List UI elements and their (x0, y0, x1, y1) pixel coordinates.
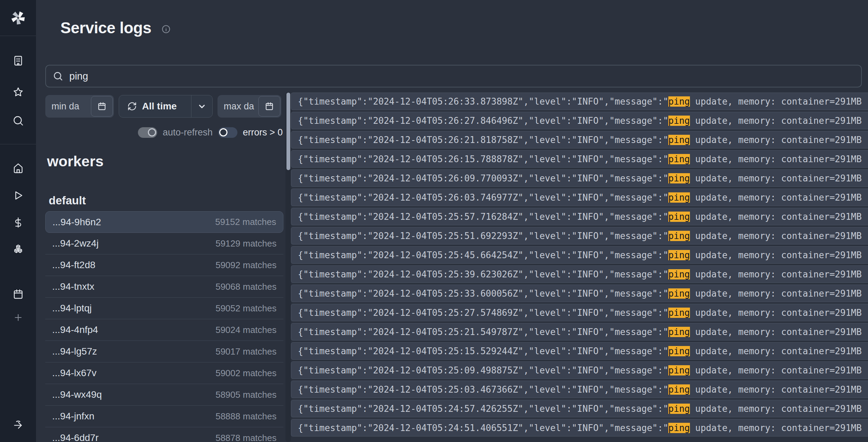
worker-row[interactable]: ...94-2wz4j 59129 matches (45, 233, 283, 254)
worker-match-count: 59092 matches (215, 260, 277, 271)
log-text: update, memory: container=291MB (690, 116, 862, 126)
log-text: {"timestamp":"2024-12-04T05:25:51.692293… (298, 231, 668, 241)
worker-match-count: 59024 matches (215, 325, 277, 335)
sidebar-item-resources[interactable] (11, 243, 25, 256)
worker-name: ...94-4nfp4 (52, 324, 98, 335)
worker-row[interactable]: ...94-9h6n2 59152 matches (45, 211, 283, 233)
log-scrollbar-track[interactable] (285, 92, 291, 442)
worker-match-count: 59152 matches (215, 217, 276, 227)
log-text: update, memory: container=291MB (690, 365, 862, 375)
log-search-input[interactable] (69, 71, 854, 82)
log-row: {"timestamp":"2024-12-04T05:25:15.529244… (291, 342, 868, 360)
worker-row[interactable]: ...94-tnxtx 59068 matches (45, 276, 283, 298)
log-highlight: ping (668, 116, 690, 126)
worker-row[interactable]: ...94-4nfp4 59024 matches (45, 319, 283, 341)
chevron-down-icon (197, 102, 207, 111)
time-range-button[interactable]: All time (119, 95, 213, 118)
log-row: {"timestamp":"2024-12-04T05:25:57.716284… (291, 208, 868, 225)
worker-list: ...94-9h6n2 59152 matches ...94-2wz4j 59… (45, 211, 283, 442)
time-range-main[interactable]: All time (119, 95, 191, 117)
time-range-label: All time (142, 101, 177, 112)
worker-match-count: 58878 matches (215, 433, 277, 442)
errors-label: errors > 0 (243, 127, 283, 138)
log-text: update, memory: container=291MB (690, 404, 862, 414)
log-scrollbar-thumb[interactable] (286, 93, 290, 170)
log-text: update, memory: container=291MB (690, 135, 862, 145)
search-bar (45, 65, 862, 87)
log-text: update, memory: container=291MB (690, 154, 862, 164)
log-text: {"timestamp":"2024-12-04T05:25:45.664254… (298, 250, 668, 260)
log-text: {"timestamp":"2024-12-04T05:26:21.818758… (298, 135, 668, 145)
errors-toggle[interactable] (218, 127, 237, 138)
auto-refresh-label: auto-refresh (163, 127, 213, 138)
worker-row[interactable]: ...94-ft2d8 59092 matches (45, 254, 283, 276)
time-range-dropdown-button[interactable] (191, 95, 212, 117)
sidebar-item-schedules[interactable] (11, 287, 25, 301)
worker-name: ...94-9h6n2 (52, 217, 101, 228)
log-row: {"timestamp":"2024-12-04T05:25:27.574869… (291, 304, 868, 321)
log-row: {"timestamp":"2024-12-04T05:26:15.788878… (291, 150, 868, 168)
sidebar-item-favorites[interactable] (11, 85, 25, 99)
search-icon (12, 115, 24, 127)
min-date-calendar-button[interactable] (91, 96, 113, 117)
log-row: {"timestamp":"2024-12-04T05:25:51.692293… (291, 227, 868, 244)
log-row: {"timestamp":"2024-12-04T05:25:09.498875… (291, 361, 868, 379)
log-text: {"timestamp":"2024-12-04T05:26:03.746977… (298, 192, 668, 203)
sidebar-item-search[interactable] (11, 114, 25, 128)
windmill-logo[interactable] (0, 0, 36, 36)
log-row: {"timestamp":"2024-12-04T05:24:51.406551… (291, 419, 868, 437)
star-icon (12, 86, 24, 98)
sidebar-item-buildings[interactable] (11, 54, 25, 68)
log-row: {"timestamp":"2024-12-04T05:25:03.467366… (291, 381, 868, 398)
min-date-field (45, 95, 114, 118)
sidebar-item-variables[interactable] (11, 216, 25, 229)
auto-refresh-toggle[interactable] (138, 127, 157, 138)
log-text: {"timestamp":"2024-12-04T05:26:27.846496… (298, 116, 668, 126)
log-highlight: ping (668, 231, 690, 241)
log-row: {"timestamp":"2024-12-04T05:24:57.426255… (291, 400, 868, 417)
search-icon (53, 71, 63, 81)
plus-icon (13, 312, 23, 323)
calendar-icon (12, 288, 24, 300)
max-date-calendar-button[interactable] (258, 96, 280, 117)
worker-name: ...94-ft2d8 (52, 260, 95, 271)
log-row: {"timestamp":"2024-12-04T05:26:21.818758… (291, 131, 868, 148)
worker-match-count: 59129 matches (215, 238, 277, 249)
log-text: {"timestamp":"2024-12-04T05:25:39.623026… (298, 269, 668, 279)
log-highlight: ping (668, 384, 690, 395)
sidebar-item-runs[interactable] (11, 189, 25, 202)
log-highlight: ping (668, 250, 690, 260)
log-row: {"timestamp":"2024-12-04T05:25:39.623026… (291, 265, 868, 283)
dollar-sign-icon (12, 217, 24, 228)
log-text: update, memory: container=291MB (690, 346, 862, 356)
worker-row[interactable]: ...94-wx49q 58905 matches (45, 384, 283, 406)
worker-row[interactable]: ...94-lg57z 59017 matches (45, 341, 283, 362)
log-row: {"timestamp":"2024-12-04T05:25:45.664254… (291, 246, 868, 264)
log-highlight: ping (668, 365, 690, 375)
worker-match-count: 58905 matches (215, 390, 277, 400)
worker-name: ...94-2wz4j (52, 238, 98, 249)
calendar-icon (97, 101, 107, 111)
sidebar (0, 0, 36, 442)
worker-row[interactable]: ...94-jnfxn 58888 matches (45, 406, 283, 427)
info-icon[interactable] (161, 24, 171, 34)
worker-name: ...94-jnfxn (52, 411, 94, 422)
log-highlight: ping (668, 173, 690, 183)
log-row: {"timestamp":"2024-12-04T05:26:03.746977… (291, 189, 868, 206)
worker-row[interactable]: ...94-6dd7r 58878 matches (45, 427, 283, 442)
worker-name: ...94-lx67v (52, 368, 96, 379)
sidebar-collapse-button[interactable] (11, 418, 25, 432)
log-text: {"timestamp":"2024-12-04T05:24:57.426255… (298, 404, 668, 414)
log-highlight: ping (668, 346, 690, 356)
sidebar-item-home[interactable] (11, 161, 25, 175)
log-highlight: ping (668, 154, 690, 164)
worker-row[interactable]: ...94-lptqj 59052 matches (45, 298, 283, 319)
worker-group-heading: default (49, 194, 86, 207)
sidebar-item-add[interactable] (11, 311, 25, 324)
log-highlight: ping (668, 269, 690, 279)
worker-row[interactable]: ...94-lx67v 59002 matches (45, 362, 283, 384)
log-text: update, memory: container=291MB (690, 384, 862, 395)
refresh-icon (127, 101, 137, 111)
log-text: {"timestamp":"2024-12-04T05:26:15.788878… (298, 154, 668, 164)
log-text: update, memory: container=291MB (690, 327, 862, 337)
